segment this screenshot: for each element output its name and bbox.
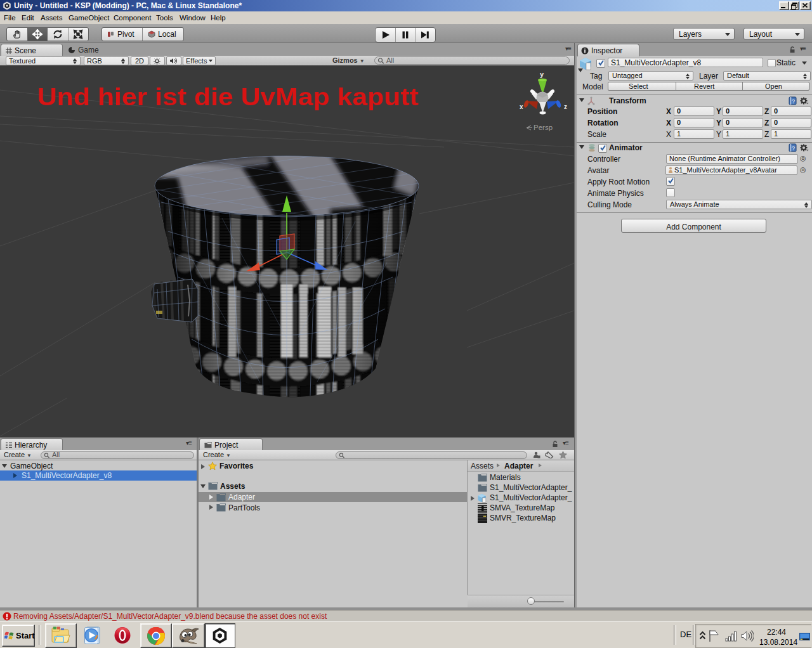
svg-text:Persp: Persp	[534, 124, 553, 131]
svg-text:y: y	[540, 70, 544, 78]
svg-text:x: x	[520, 103, 523, 110]
svg-text:z: z	[564, 103, 567, 110]
svg-text:?: ?	[792, 145, 795, 152]
svg-text:?: ?	[792, 98, 795, 105]
